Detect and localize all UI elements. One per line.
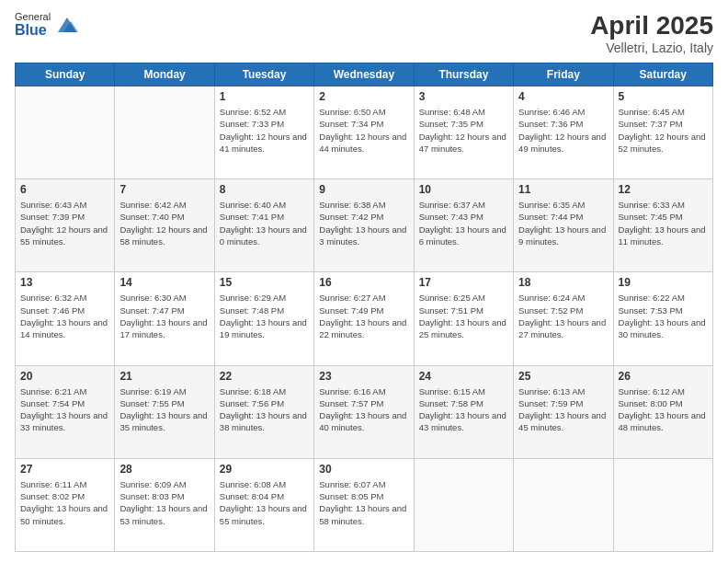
day-number: 15 — [220, 276, 309, 289]
day-info: Sunrise: 6:13 AMSunset: 7:59 PMDaylight:… — [518, 385, 608, 434]
day-number: 23 — [319, 370, 408, 383]
weekday-header-sunday: Sunday — [16, 63, 115, 86]
calendar-cell: 2Sunrise: 6:50 AMSunset: 7:34 PMDaylight… — [314, 86, 414, 179]
day-info: Sunrise: 6:08 AMSunset: 8:04 PMDaylight:… — [220, 478, 309, 527]
day-number: 2 — [319, 90, 408, 103]
calendar-cell — [16, 86, 115, 179]
day-info: Sunrise: 6:18 AMSunset: 7:56 PMDaylight:… — [220, 385, 309, 434]
calendar-cell: 19Sunrise: 6:22 AMSunset: 7:53 PMDayligh… — [613, 272, 712, 365]
calendar-week-row: 6Sunrise: 6:43 AMSunset: 7:39 PMDaylight… — [16, 179, 713, 272]
calendar-cell: 28Sunrise: 6:09 AMSunset: 8:03 PMDayligh… — [115, 458, 214, 551]
calendar-cell: 11Sunrise: 6:35 AMSunset: 7:44 PMDayligh… — [514, 179, 613, 272]
day-info: Sunrise: 6:40 AMSunset: 7:41 PMDaylight:… — [220, 199, 309, 247]
day-info: Sunrise: 6:52 AMSunset: 7:33 PMDaylight:… — [220, 106, 309, 155]
calendar-cell: 3Sunrise: 6:48 AMSunset: 7:35 PMDaylight… — [414, 86, 513, 179]
day-info: Sunrise: 6:48 AMSunset: 7:35 PMDaylight:… — [419, 106, 508, 155]
calendar-cell: 1Sunrise: 6:52 AMSunset: 7:33 PMDaylight… — [214, 86, 313, 179]
calendar-cell: 5Sunrise: 6:45 AMSunset: 7:37 PMDaylight… — [613, 86, 712, 179]
day-number: 21 — [119, 370, 209, 383]
day-info: Sunrise: 6:12 AMSunset: 8:00 PMDaylight:… — [619, 385, 708, 434]
day-info: Sunrise: 6:24 AMSunset: 7:52 PMDaylight:… — [518, 292, 608, 340]
day-number: 24 — [419, 370, 508, 383]
day-info: Sunrise: 6:37 AMSunset: 7:43 PMDaylight:… — [419, 199, 508, 247]
day-number: 29 — [220, 463, 309, 476]
logo-icon — [54, 12, 80, 38]
calendar-cell: 15Sunrise: 6:29 AMSunset: 7:48 PMDayligh… — [214, 272, 313, 365]
day-info: Sunrise: 6:45 AMSunset: 7:37 PMDaylight:… — [619, 106, 708, 155]
day-number: 18 — [518, 276, 608, 289]
calendar-cell: 10Sunrise: 6:37 AMSunset: 7:43 PMDayligh… — [414, 179, 513, 272]
day-info: Sunrise: 6:30 AMSunset: 7:47 PMDaylight:… — [119, 292, 209, 340]
calendar-cell: 25Sunrise: 6:13 AMSunset: 7:59 PMDayligh… — [514, 365, 613, 458]
day-number: 6 — [20, 183, 109, 196]
weekday-header-monday: Monday — [115, 63, 214, 86]
calendar-table: SundayMondayTuesdayWednesdayThursdayFrid… — [15, 63, 713, 552]
weekday-header-thursday: Thursday — [414, 63, 513, 86]
day-number: 11 — [518, 183, 608, 196]
day-number: 30 — [319, 463, 408, 476]
day-number: 12 — [619, 183, 708, 196]
day-info: Sunrise: 6:11 AMSunset: 8:02 PMDaylight:… — [20, 478, 109, 527]
day-number: 16 — [319, 276, 408, 289]
weekday-header-saturday: Saturday — [613, 63, 712, 86]
calendar-cell: 27Sunrise: 6:11 AMSunset: 8:02 PMDayligh… — [16, 458, 115, 551]
calendar-cell: 14Sunrise: 6:30 AMSunset: 7:47 PMDayligh… — [115, 272, 214, 365]
day-info: Sunrise: 6:50 AMSunset: 7:34 PMDaylight:… — [319, 106, 408, 155]
day-info: Sunrise: 6:42 AMSunset: 7:40 PMDaylight:… — [119, 199, 209, 247]
calendar-cell — [514, 458, 613, 551]
day-number: 9 — [319, 183, 408, 196]
day-info: Sunrise: 6:27 AMSunset: 7:49 PMDaylight:… — [319, 292, 408, 340]
day-number: 20 — [20, 370, 109, 383]
day-number: 1 — [220, 90, 309, 103]
day-number: 19 — [619, 276, 708, 289]
day-info: Sunrise: 6:07 AMSunset: 8:05 PMDaylight:… — [319, 478, 408, 527]
calendar-cell: 18Sunrise: 6:24 AMSunset: 7:52 PMDayligh… — [514, 272, 613, 365]
weekday-header-wednesday: Wednesday — [314, 63, 414, 86]
day-info: Sunrise: 6:46 AMSunset: 7:36 PMDaylight:… — [518, 106, 608, 155]
day-number: 3 — [419, 90, 508, 103]
day-number: 4 — [518, 90, 608, 103]
page: General Blue April 2025 Velletri, Lazio,… — [0, 0, 728, 563]
calendar-cell: 22Sunrise: 6:18 AMSunset: 7:56 PMDayligh… — [214, 365, 313, 458]
main-title: April 2025 — [590, 11, 713, 40]
calendar-cell: 23Sunrise: 6:16 AMSunset: 7:57 PMDayligh… — [314, 365, 414, 458]
calendar-week-row: 13Sunrise: 6:32 AMSunset: 7:46 PMDayligh… — [16, 272, 713, 365]
calendar-cell: 4Sunrise: 6:46 AMSunset: 7:36 PMDaylight… — [514, 86, 613, 179]
calendar-cell: 24Sunrise: 6:15 AMSunset: 7:58 PMDayligh… — [414, 365, 513, 458]
day-info: Sunrise: 6:21 AMSunset: 7:54 PMDaylight:… — [20, 385, 109, 434]
calendar-cell: 26Sunrise: 6:12 AMSunset: 8:00 PMDayligh… — [613, 365, 712, 458]
day-info: Sunrise: 6:25 AMSunset: 7:51 PMDaylight:… — [419, 292, 508, 340]
day-info: Sunrise: 6:32 AMSunset: 7:46 PMDaylight:… — [20, 292, 109, 340]
day-number: 14 — [119, 276, 209, 289]
calendar-cell — [613, 458, 712, 551]
calendar-cell: 20Sunrise: 6:21 AMSunset: 7:54 PMDayligh… — [16, 365, 115, 458]
logo-blue: Blue — [15, 22, 51, 39]
weekday-header-friday: Friday — [514, 63, 613, 86]
calendar-cell: 12Sunrise: 6:33 AMSunset: 7:45 PMDayligh… — [613, 179, 712, 272]
calendar-cell: 6Sunrise: 6:43 AMSunset: 7:39 PMDaylight… — [16, 179, 115, 272]
day-info: Sunrise: 6:29 AMSunset: 7:48 PMDaylight:… — [220, 292, 309, 340]
calendar-body: 1Sunrise: 6:52 AMSunset: 7:33 PMDaylight… — [16, 86, 713, 552]
day-info: Sunrise: 6:16 AMSunset: 7:57 PMDaylight:… — [319, 385, 408, 434]
logo-general: General — [15, 11, 51, 22]
weekday-header-tuesday: Tuesday — [214, 63, 313, 86]
day-info: Sunrise: 6:15 AMSunset: 7:58 PMDaylight:… — [419, 385, 508, 434]
calendar-week-row: 20Sunrise: 6:21 AMSunset: 7:54 PMDayligh… — [16, 365, 713, 458]
day-number: 25 — [518, 370, 608, 383]
day-info: Sunrise: 6:43 AMSunset: 7:39 PMDaylight:… — [20, 199, 109, 247]
day-number: 5 — [619, 90, 708, 103]
calendar-cell: 16Sunrise: 6:27 AMSunset: 7:49 PMDayligh… — [314, 272, 414, 365]
logo: General Blue — [15, 11, 80, 39]
day-info: Sunrise: 6:19 AMSunset: 7:55 PMDaylight:… — [119, 385, 209, 434]
calendar-cell: 8Sunrise: 6:40 AMSunset: 7:41 PMDaylight… — [214, 179, 313, 272]
day-info: Sunrise: 6:22 AMSunset: 7:53 PMDaylight:… — [619, 292, 708, 340]
calendar-week-row: 27Sunrise: 6:11 AMSunset: 8:02 PMDayligh… — [16, 458, 713, 551]
calendar-cell: 29Sunrise: 6:08 AMSunset: 8:04 PMDayligh… — [214, 458, 313, 551]
calendar-week-row: 1Sunrise: 6:52 AMSunset: 7:33 PMDaylight… — [16, 86, 713, 179]
weekday-header-row: SundayMondayTuesdayWednesdayThursdayFrid… — [16, 63, 713, 86]
logo-text: General Blue — [15, 11, 51, 39]
day-number: 13 — [20, 276, 109, 289]
day-number: 28 — [119, 463, 209, 476]
day-number: 17 — [419, 276, 508, 289]
calendar-cell: 17Sunrise: 6:25 AMSunset: 7:51 PMDayligh… — [414, 272, 513, 365]
